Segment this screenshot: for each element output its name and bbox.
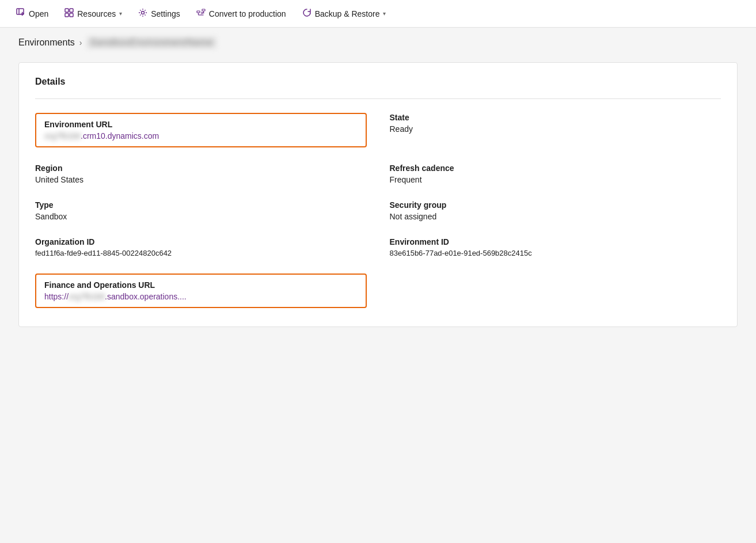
env-url-label: Environment URL xyxy=(44,120,358,129)
env-id-label: Environment ID xyxy=(390,237,721,246)
breadcrumb-environments-link[interactable]: Environments xyxy=(18,37,75,48)
open-label: Open xyxy=(29,9,48,18)
settings-icon xyxy=(138,8,147,20)
resources-button[interactable]: Resources ▾ xyxy=(58,3,129,24)
type-value: Sandbox xyxy=(35,212,367,221)
backup-restore-button[interactable]: Backup & Restore ▾ xyxy=(295,3,393,24)
type-field: Type Sandbox xyxy=(35,200,367,221)
env-url-prefix: org7fb1b6 xyxy=(44,131,81,141)
fo-url-value: https://org7fb1b6.sandbox.operations.... xyxy=(44,292,358,301)
org-id-field: Organization ID fed11f6a-fde9-ed11-8845-… xyxy=(35,237,367,257)
env-id-value: 83e615b6-77ad-e01e-91ed-569b28c2415c xyxy=(390,249,721,257)
region-label: Region xyxy=(35,164,367,173)
settings-button[interactable]: Settings xyxy=(131,3,187,24)
refresh-cadence-label: Refresh cadence xyxy=(390,164,721,173)
backup-chevron-icon: ▾ xyxy=(383,10,386,17)
type-label: Type xyxy=(35,200,367,210)
security-group-label: Security group xyxy=(390,200,721,210)
details-grid: Environment URL org7fb1b6.crm10.dynamics… xyxy=(35,113,721,308)
refresh-cadence-value: Frequent xyxy=(390,175,721,184)
env-url-field: Environment URL org7fb1b6.crm10.dynamics… xyxy=(35,113,367,147)
open-button[interactable]: Open xyxy=(9,3,55,24)
grid-spacer xyxy=(390,274,721,308)
convert-label: Convert to production xyxy=(209,9,286,18)
refresh-cadence-field: Refresh cadence Frequent xyxy=(390,164,721,184)
backup-label: Backup & Restore xyxy=(315,9,380,18)
org-id-value: fed11f6a-fde9-ed11-8845-00224820c642 xyxy=(35,249,367,257)
details-title: Details xyxy=(35,77,721,87)
resources-label: Resources xyxy=(77,9,116,18)
fo-url-redacted: org7fb1b6 xyxy=(69,292,105,301)
svg-rect-3 xyxy=(65,13,69,17)
resources-icon xyxy=(64,8,74,20)
open-icon xyxy=(16,8,25,20)
settings-label: Settings xyxy=(151,9,180,18)
state-field: State Ready xyxy=(390,113,721,147)
env-id-field: Environment ID 83e615b6-77ad-e01e-91ed-5… xyxy=(390,237,721,257)
region-value: United States xyxy=(35,175,367,184)
backup-icon xyxy=(302,8,311,20)
convert-icon xyxy=(196,8,206,20)
toolbar: Open Resources ▾ Settings xyxy=(0,0,756,28)
security-group-value: Not assigned xyxy=(390,212,721,221)
svg-point-5 xyxy=(142,11,145,14)
env-url-value: org7fb1b6.crm10.dynamics.com xyxy=(44,131,358,141)
breadcrumb: Environments › SandboxEnvironmentName xyxy=(0,28,756,53)
resources-chevron-icon: ▾ xyxy=(119,10,122,17)
region-field: Region United States xyxy=(35,164,367,184)
svg-rect-1 xyxy=(65,9,69,12)
fo-url-label: Finance and Operations URL xyxy=(44,280,358,290)
state-value: Ready xyxy=(390,124,721,134)
svg-rect-4 xyxy=(70,13,73,17)
svg-rect-6 xyxy=(197,11,200,13)
details-card: Details Environment URL org7fb1b6.crm10.… xyxy=(18,62,738,327)
security-group-field: Security group Not assigned xyxy=(390,200,721,221)
svg-rect-7 xyxy=(202,9,205,11)
main-content: Details Environment URL org7fb1b6.crm10.… xyxy=(0,53,756,536)
state-label: State xyxy=(390,113,721,122)
breadcrumb-current-env: SandboxEnvironmentName xyxy=(87,37,216,48)
fo-url-field: Finance and Operations URL https://org7f… xyxy=(35,274,367,308)
breadcrumb-chevron-icon: › xyxy=(79,38,82,47)
convert-to-production-button[interactable]: Convert to production xyxy=(189,3,293,24)
svg-rect-2 xyxy=(70,9,73,12)
details-divider xyxy=(35,98,721,99)
org-id-label: Organization ID xyxy=(35,237,367,246)
